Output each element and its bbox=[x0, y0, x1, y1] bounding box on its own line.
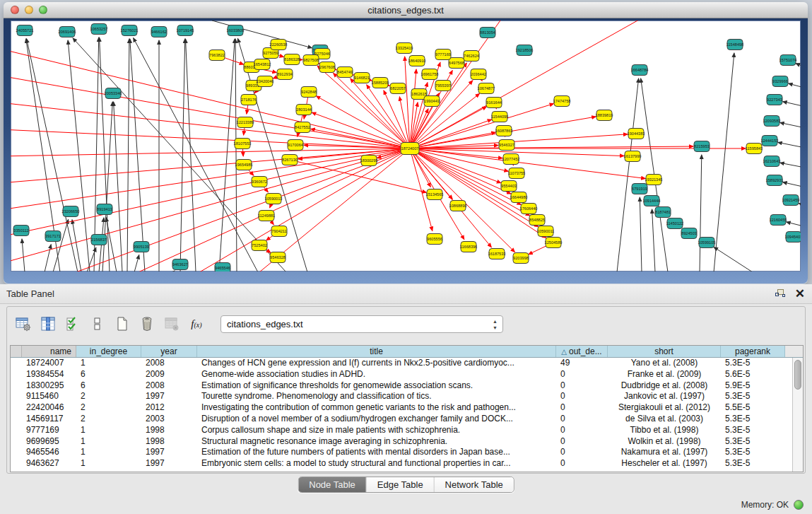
network-node[interactable]: 19321345 bbox=[645, 175, 663, 185]
cell-in_degree[interactable]: 2 bbox=[76, 391, 141, 402]
network-node[interactable]: 15134565 bbox=[426, 189, 444, 200]
network-node[interactable]: 8919413 bbox=[97, 204, 112, 215]
network-node[interactable]: 8267130 bbox=[282, 155, 298, 165]
cell-name[interactable]: 18724007 bbox=[22, 358, 76, 369]
cell-short[interactable]: Yano et al. (2008) bbox=[608, 358, 721, 369]
cell-year[interactable]: 1997 bbox=[141, 447, 197, 458]
network-node[interactable]: 9827508 bbox=[303, 55, 319, 66]
cell-title[interactable]: Genome-wide association studies in ADHD. bbox=[197, 369, 556, 380]
cell-title[interactable]: Estimation of the future numbers of pati… bbox=[197, 447, 556, 458]
cell-pagerank[interactable]: 5.3E-5 bbox=[721, 358, 785, 369]
cell-in_degree[interactable]: 1 bbox=[76, 458, 141, 469]
table-row[interactable]: 911546021997Tourette syndrome. Phenomeno… bbox=[11, 391, 803, 402]
minimize-window-button[interactable] bbox=[25, 6, 33, 14]
network-node[interactable]: 10945403 bbox=[785, 232, 801, 243]
cell-out_degree[interactable]: 0 bbox=[556, 436, 608, 448]
cell-out_degree[interactable]: 0 bbox=[556, 458, 608, 469]
cell-name[interactable]: 19384554 bbox=[22, 369, 76, 380]
cell-out_degree[interactable]: 0 bbox=[556, 380, 608, 392]
network-node[interactable]: 7904211 bbox=[271, 226, 287, 237]
table-row[interactable]: 977716911998Corpus callosum shape and si… bbox=[11, 425, 803, 436]
table-row[interactable]: 1872400712008Changes of HCN gene express… bbox=[11, 358, 803, 369]
network-node[interactable]: 23206650 bbox=[62, 206, 80, 217]
cell-out_degree[interactable]: 0 bbox=[556, 402, 608, 414]
memory-status-indicator-icon[interactable] bbox=[794, 500, 804, 510]
column-header-year[interactable]: year bbox=[141, 346, 197, 357]
column-header-in_degree[interactable]: in_degree bbox=[76, 346, 141, 357]
network-node[interactable]: 12077452 bbox=[502, 154, 520, 165]
network-node[interactable]: 20691406 bbox=[59, 27, 76, 37]
network-node[interactable]: 16644980 bbox=[510, 192, 528, 203]
network-node[interactable]: 17606440 bbox=[520, 204, 538, 214]
network-node[interactable]: 12444153 bbox=[761, 136, 779, 146]
cell-out_degree[interactable]: 0 bbox=[556, 369, 608, 380]
cell-short[interactable]: Franke et al. (2009) bbox=[608, 369, 721, 380]
network-node[interactable]: 11548498 bbox=[726, 40, 743, 50]
network-node[interactable]: 23420046 bbox=[257, 76, 274, 87]
cell-year[interactable]: 1997 bbox=[141, 391, 197, 402]
network-node[interactable]: 10599105 bbox=[698, 238, 716, 248]
network-node[interactable]: 8454749 bbox=[337, 67, 353, 78]
zoom-window-button[interactable] bbox=[39, 6, 47, 14]
network-node[interactable]: 3350112 bbox=[13, 226, 29, 236]
network-node[interactable]: 10674877 bbox=[478, 83, 495, 94]
column-header-out_degree[interactable]: △out_de... bbox=[556, 346, 608, 357]
vertical-scrollbar[interactable] bbox=[792, 358, 803, 472]
network-node[interactable]: 16961758 bbox=[421, 69, 439, 80]
column-settings-button[interactable] bbox=[39, 315, 57, 333]
network-node[interactable]: 9554403 bbox=[501, 181, 517, 192]
network-node[interactable]: 20053346 bbox=[105, 88, 122, 99]
cell-short[interactable]: Wolkin et al. (1998) bbox=[608, 436, 721, 448]
network-node[interactable]: 6791919 bbox=[632, 184, 647, 194]
cell-pagerank[interactable]: 5.3E-5 bbox=[721, 458, 785, 469]
cell-title[interactable]: Investigating the contribution of common… bbox=[197, 402, 556, 414]
cell-pagerank[interactable]: 5.3E-5 bbox=[721, 425, 785, 436]
delete-attribute-button[interactable] bbox=[138, 315, 156, 333]
network-node[interactable]: 16543812 bbox=[254, 59, 271, 70]
cell-title[interactable]: Corpus callosum shape and size in male p… bbox=[197, 425, 556, 436]
network-node[interactable]: 7525402 bbox=[252, 240, 267, 251]
network-canvas[interactable]: 1862615199044320364422156837271817628031… bbox=[11, 21, 801, 271]
network-node[interactable]: 8813054 bbox=[480, 28, 495, 38]
network-node[interactable]: 12213389 bbox=[237, 117, 254, 128]
network-node[interactable]: 15751074 bbox=[779, 55, 797, 66]
table-row[interactable]: 946554611997Estimation of the future num… bbox=[11, 447, 803, 458]
network-node[interactable]: 9203998 bbox=[513, 253, 529, 264]
cell-short[interactable]: Nakamura et al. (1997) bbox=[608, 447, 721, 458]
network-node[interactable]: 11249881 bbox=[258, 211, 275, 221]
network-node[interactable]: 7963822 bbox=[209, 50, 225, 61]
network-node[interactable]: 2967608 bbox=[319, 62, 335, 73]
network-node[interactable]: 7462624 bbox=[464, 51, 479, 62]
network-node[interactable]: 16087863 bbox=[495, 126, 513, 136]
cell-pagerank[interactable]: 5.6E-5 bbox=[721, 369, 785, 380]
cell-year[interactable]: 1998 bbox=[141, 436, 197, 448]
network-node[interactable]: 9463627 bbox=[172, 259, 188, 270]
network-node[interactable]: 15885209 bbox=[372, 78, 389, 88]
network-node[interactable]: 10590011 bbox=[537, 226, 554, 237]
network-node[interactable]: 8548825 bbox=[529, 215, 545, 226]
network-node[interactable]: 16033809 bbox=[227, 25, 245, 36]
close-window-button[interactable] bbox=[11, 6, 19, 14]
network-node[interactable]: 9777169 bbox=[435, 49, 451, 60]
network-node[interactable]: 12160455 bbox=[770, 215, 787, 226]
function-builder-button[interactable]: f(x) bbox=[187, 315, 206, 333]
cell-name[interactable]: 9115460 bbox=[22, 391, 76, 402]
column-header-pagerank[interactable]: pagerank bbox=[721, 346, 785, 357]
close-panel-icon[interactable]: ✕ bbox=[795, 289, 805, 299]
cell-year[interactable]: 2003 bbox=[141, 414, 197, 425]
network-node[interactable]: 3917171 bbox=[45, 231, 61, 242]
cell-name[interactable]: 9463627 bbox=[22, 458, 76, 469]
network-node[interactable]: 9170064 bbox=[288, 140, 303, 151]
network-node[interactable]: 10921459 bbox=[782, 195, 800, 206]
tab-node-table[interactable]: Node Table bbox=[298, 477, 367, 492]
network-node[interactable]: 10590013 bbox=[265, 194, 283, 204]
network-node[interactable]: 6497568 bbox=[449, 58, 464, 69]
network-node[interactable]: 16187533 bbox=[488, 249, 506, 259]
network-node[interactable]: 7955397 bbox=[435, 81, 451, 91]
cell-name[interactable]: 9699695 bbox=[22, 436, 76, 448]
cell-name[interactable]: 14569117 bbox=[22, 414, 76, 425]
network-node[interactable]: 15276021 bbox=[121, 25, 139, 36]
cell-short[interactable]: Stergiakouli et al. (2012) bbox=[608, 402, 721, 414]
network-node[interactable]: 9466162 bbox=[151, 27, 167, 37]
cell-name[interactable]: 9777169 bbox=[22, 425, 76, 436]
